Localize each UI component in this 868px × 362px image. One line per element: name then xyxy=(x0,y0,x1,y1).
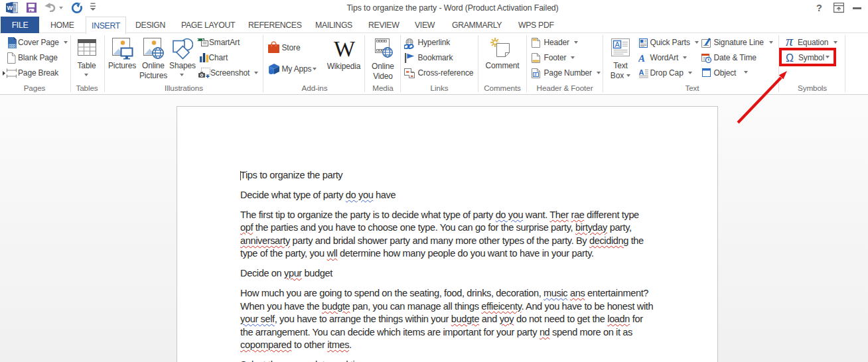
svg-text:#: # xyxy=(534,72,537,76)
svg-text:W: W xyxy=(7,5,13,11)
svg-text:π: π xyxy=(786,37,794,47)
svg-text:A: A xyxy=(615,40,620,48)
svg-text:A: A xyxy=(639,68,644,76)
svg-text:A: A xyxy=(638,53,645,62)
